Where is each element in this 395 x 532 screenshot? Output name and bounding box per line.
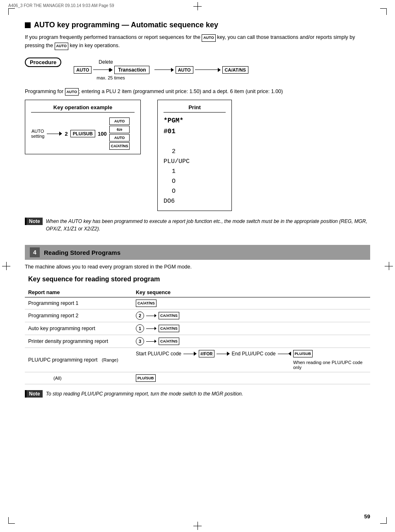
all-label: (All) <box>28 376 62 381</box>
corner-mark-tr <box>380 8 387 15</box>
procedure-label: Procedure <box>25 58 61 67</box>
note-box2: Note To stop reading PLU/UPC programming… <box>25 390 370 398</box>
section1-title: AUTO key programming — Automatic sequenc… <box>34 21 218 29</box>
plu-range-line: Start PLU/UPC code #/FOR <box>136 350 367 357</box>
print-o2: O <box>172 187 226 197</box>
note-text2: To stop reading PLU/UPC programming repo… <box>46 390 243 398</box>
subsection-title-text: Key sequence for reading stored program <box>28 276 160 283</box>
table-row: PLU/UPC programming report (Range) Start… <box>25 348 370 372</box>
ca-at-ns-stacked: CA/AT/NS <box>109 142 130 150</box>
print-1: 1 <box>172 167 226 177</box>
print-content: *PGM* #01 2 PLU/UPC 1 O O DO6 <box>164 116 226 206</box>
print-blank <box>164 137 226 147</box>
corner-mark-bl <box>8 517 15 524</box>
key-op-content: AUTO setting 2 PLU/SUB 100 AUTO 629 AUTO <box>31 116 135 150</box>
seq-3: 1 CA/AT/NS <box>132 322 370 335</box>
key-100: 100 <box>98 131 107 137</box>
report-name-1: Programming report 1 <box>25 297 132 309</box>
print-do6: DO6 <box>164 197 226 206</box>
ca-ns-key3: CA/AT/NS <box>159 325 179 332</box>
programming-text: Programming for AUTO; entering a PLU 2 i… <box>25 88 370 96</box>
plu-sub-all-key: PLU/SUB <box>136 374 156 382</box>
page-content: AUTO key programming — Automatic sequenc… <box>25 21 370 398</box>
crosshair-right <box>385 262 393 270</box>
procedure-area: Procedure Delete AUTO Transaction <box>25 58 370 80</box>
seq-1: CA/AT/NS <box>132 297 370 309</box>
delete-label: Delete <box>99 59 248 65</box>
proc-ca-key: CA/AT/NS <box>222 66 248 74</box>
plu-sub-key2: PLU/SUB <box>293 350 313 357</box>
plu-arrow1 <box>183 352 197 356</box>
header-bar: A406_3 FOR THE MANAGER 09.10.14 9:03 AM … <box>0 3 395 8</box>
table-row: Printer density programming report 3 CA/… <box>25 335 370 348</box>
report-name-5: PLU/UPC programming report (Range) <box>25 348 132 372</box>
note-text1: When the AUTO key has been programmed to… <box>46 218 370 232</box>
table-row: Auto key programming report 1 CA/AT/NS <box>25 322 370 335</box>
auto-setting-label: AUTO setting <box>31 129 44 139</box>
section4-header: 4 Reading Stored Programs <box>25 245 370 260</box>
section4: 4 Reading Stored Programs The machine al… <box>25 245 370 398</box>
when-reading-note: When reading one PLU/UPC code only <box>293 360 367 370</box>
intro-text: If you program frequently performed tran… <box>25 34 370 50</box>
plu-sub-key1: PLU/SUB <box>70 130 95 137</box>
auto-stacked2: AUTO <box>109 134 130 141</box>
ca-ns-key1: CA/AT/NS <box>136 300 157 307</box>
table-row: Programming report 1 CA/AT/NS <box>25 297 370 309</box>
print-title: Print <box>164 104 226 113</box>
proc-arrow3 <box>195 68 221 72</box>
seq-6: PLU/SUB <box>132 372 370 384</box>
proc-transaction-key: Transaction <box>114 66 149 74</box>
proc-arrow2 <box>154 68 174 72</box>
report-name-3: Auto key programming report <box>25 322 132 335</box>
seq-row-2: 2 CA/AT/NS <box>136 312 367 320</box>
col-report-name: Report name <box>25 288 132 297</box>
auto-key-inline2: AUTO <box>55 43 68 50</box>
seq-5: Start PLU/UPC code #/FOR <box>132 348 370 372</box>
key-seq-table: Report name Key sequence Programming rep… <box>25 288 370 384</box>
page-number: 59 <box>364 513 370 520</box>
proc-auto-key2: AUTO <box>176 66 193 74</box>
seq-row-3: 1 CA/AT/NS <box>136 324 367 333</box>
header-text: A406_3 FOR THE MANAGER 09.10.14 9:03 AM … <box>8 3 114 8</box>
section-title: AUTO key programming — Automatic sequenc… <box>25 21 370 29</box>
seq-4: 3 CA/AT/NS <box>132 335 370 348</box>
plu-arrow3 <box>278 352 291 356</box>
section1: AUTO key programming — Automatic sequenc… <box>25 21 370 232</box>
circle-2: 2 <box>136 312 144 320</box>
note-box1: Note When the AUTO key has been programm… <box>25 218 370 232</box>
print-pgm: *PGM* <box>164 116 226 127</box>
report-name-2: Programming report 2 <box>25 309 132 322</box>
section4-number: 4 <box>30 247 40 257</box>
report-name-6: (All) <box>25 372 132 384</box>
arrow-3 <box>146 327 157 330</box>
machine-text: The machine allows you to read every pro… <box>25 264 370 270</box>
hash-for-key: #/FOR <box>199 350 214 357</box>
crosshair-bottom <box>193 522 202 530</box>
print-plu: PLU/UPC <box>164 157 226 167</box>
note-label1: Note <box>25 218 43 225</box>
circle-3: 3 <box>136 337 144 345</box>
examples-area: Key operation example AUTO setting 2 PLU… <box>25 100 370 211</box>
proc-auto-key: AUTO <box>74 66 92 74</box>
corner-mark-tl <box>8 8 15 15</box>
col-key-sequence: Key sequence <box>132 288 370 297</box>
crosshair-left <box>2 262 10 270</box>
auto-stacked1: AUTO <box>109 117 130 125</box>
seq-2: 2 CA/AT/NS <box>132 309 370 322</box>
table-row: (All) PLU/SUB <box>25 372 370 384</box>
ca-ns-key4: CA/AT/NS <box>159 338 179 345</box>
print-2: 2 <box>172 147 226 157</box>
print-box: Print *PGM* #01 2 PLU/UPC 1 O O DO6 <box>157 100 232 211</box>
key-op-arrow <box>47 132 62 136</box>
key-2: 2 <box>65 131 67 137</box>
circle-1: 1 <box>136 324 144 333</box>
auto-key-inline3: AUTO <box>65 88 79 96</box>
seq-row-4: 3 CA/AT/NS <box>136 337 367 345</box>
max-times: max. 25 times <box>96 75 248 80</box>
plu-arrow2 <box>217 352 230 356</box>
note-label2: Note <box>25 390 43 398</box>
range-label: (Range) <box>102 357 118 362</box>
end-plu-text: End PLU/UPC code <box>232 351 276 357</box>
procedure-row: AUTO Transaction AUTO <box>74 66 248 74</box>
arrow-4 <box>146 340 157 343</box>
